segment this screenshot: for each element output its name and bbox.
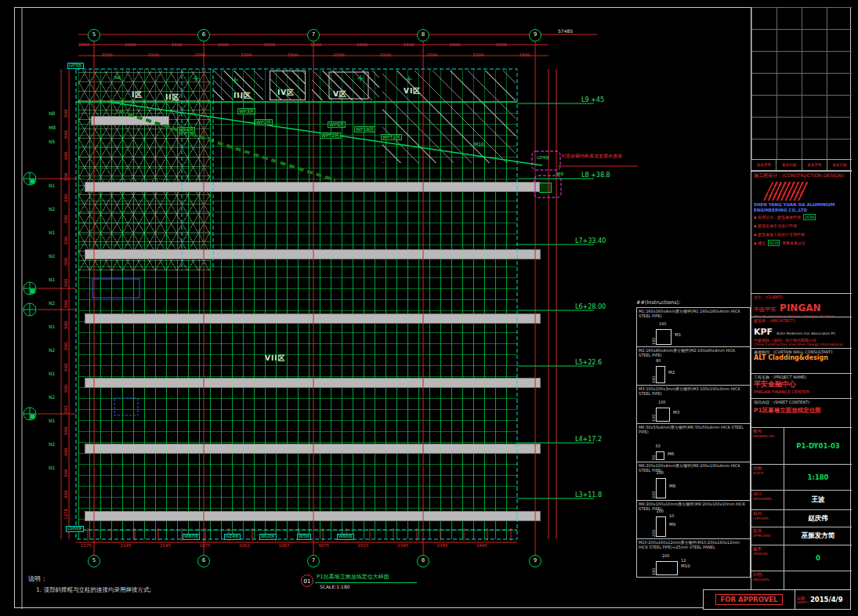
top-dimension: 1500: [102, 53, 113, 58]
spec-text: M10:200x160x12mm厚方钢管(M10:200x160x12mm HI…: [637, 539, 750, 550]
left-member-label: N1: [49, 277, 55, 282]
row-value: 赵庆伟: [784, 510, 852, 527]
title-block-row: 设计:DESIGNERS:王波: [751, 490, 852, 509]
section-outline: [656, 516, 666, 537]
sketch-dim: 160: [652, 375, 656, 383]
sketch-dim: M8: [669, 484, 675, 489]
date-value: 2015/4/9: [810, 596, 843, 603]
approval-stamp-cell: FOR APPROVEL: [704, 590, 795, 609]
credential-line: ▪ 建筑幕墙工程设计专项甲级: [754, 230, 849, 239]
credential-line: ▪ 建筑装饰专业设计甲级: [754, 222, 849, 230]
bottom-dimension: 1875: [200, 544, 211, 549]
bottom-dimension: 1887: [279, 544, 290, 549]
sketch-dim: 100: [657, 509, 664, 513]
sketch-dim: 10: [669, 514, 674, 518]
zone-label: VI区: [404, 88, 421, 95]
left-dimension: 900: [64, 364, 69, 372]
sketch-dim: 160: [652, 567, 656, 575]
left-dimension: 900: [64, 321, 69, 330]
section-sketch: 100200M8: [643, 471, 714, 498]
top-dimension: 1500: [357, 43, 367, 48]
bottom-zone-label: WB7区: [183, 534, 200, 540]
design-label: 施工图设计：(CONSTRUCTION DESIGN):: [754, 172, 849, 179]
sketch-dim: 160: [659, 322, 667, 326]
section-outline: [656, 451, 664, 460]
bottom-zone-label: WL2区: [259, 534, 277, 540]
sketch-dim: 50: [656, 444, 661, 448]
project-name-cn: 平安金融中心: [754, 379, 849, 390]
bottom-dimension: 2145: [121, 544, 132, 549]
level-label: L3+11.8: [575, 492, 602, 498]
left-member-label: N8: [49, 111, 55, 116]
zone-label: III区: [234, 92, 252, 100]
sketch-dim: 200: [652, 491, 656, 498]
spec-row: M6:50x50x4mm厚方钢管(M6:50x50x4mm HICK STEEL…: [637, 423, 750, 462]
left-dimension: 900: [64, 469, 69, 478]
corner-zone-label: GP3区: [67, 63, 84, 69]
sketch-dim: 12: [681, 559, 686, 563]
zone-label: I区: [132, 92, 143, 99]
top-dimension: 1500: [426, 53, 437, 58]
level-label: L9 +45: [581, 97, 604, 103]
credential-list: ▪ 资质证书：建筑幕墙甲级 1689▪ 建筑装饰专业设计甲级 ▪ 建筑幕墙工程设…: [754, 213, 849, 248]
left-member-label: N5: [49, 140, 55, 144]
left-member-label: N1: [49, 183, 55, 188]
bottom-zone-label: WB6区: [337, 534, 354, 540]
client-section: 业主：(CLIENT): 中国平安 PINGAN Ping An Insuran…: [751, 293, 852, 317]
credential-badge: ISO9: [768, 240, 780, 246]
grid-bubble-label: 8: [417, 558, 429, 563]
section-sketch: 100200M910: [643, 509, 714, 537]
bottom-dimension: 3875: [318, 544, 329, 549]
section-sketch: 5050M6: [643, 444, 714, 460]
left-member-label: N1: [49, 230, 55, 235]
spec-text: M2:160x80x4mm厚方钢管(M2:160x80x4mm HICK STE…: [637, 347, 750, 358]
left-dimension: 900: [64, 110, 69, 118]
top-dimension: 1500: [450, 43, 461, 48]
member-label: N6: [114, 75, 121, 80]
left-member-label: N2: [49, 301, 55, 306]
top-dimension: 1500: [241, 53, 252, 58]
note-line: 1. 顶部斜撑框与立柱的连接均采用焊接方式;: [36, 587, 151, 593]
gp-zone-label: GP4区: [537, 156, 550, 161]
row-value: 0: [784, 545, 852, 571]
left-member-label: N2: [49, 254, 55, 259]
approval-stamp: FOR APPROVEL: [715, 594, 784, 605]
section-sketch: 100100M3: [643, 400, 714, 422]
grid-bubble-label: 7: [307, 558, 320, 563]
bottom-dimension: 2052: [239, 544, 250, 549]
row-label: 校对:CHECKED:: [751, 510, 784, 527]
title-block-row: 比例:SCALE:1:180: [751, 464, 852, 490]
row-value: 巫振发方简: [784, 527, 852, 545]
spec-rows: M1:160x160x4mm厚方钢管(M1:160x160x4mm HICK S…: [636, 307, 751, 578]
spec-row: M2:160x80x4mm厚方钢管(M2:160x80x4mm HICK STE…: [637, 346, 750, 385]
client-brand: PINGAN: [780, 303, 820, 313]
wp-panel-label: WPT2区: [320, 132, 341, 139]
bottom-dimension: 2175: [81, 544, 92, 549]
top-dimension: 1500: [403, 43, 414, 48]
row-value: 1:180: [784, 465, 852, 490]
company-name-en2: ENGINEERING CO.,LTD: [754, 208, 849, 213]
section-outline: [656, 366, 665, 383]
level-label: L4+17.2: [575, 437, 602, 443]
grid-bubble-label: 8: [417, 32, 429, 38]
credential-line: ▪ 资质证书：建筑幕墙甲级 1689: [754, 213, 849, 222]
top-dimension: 1500: [496, 43, 507, 48]
detail-callout-title: P1区幕墙立面放线定位大样图: [317, 574, 389, 580]
sketch-dim: M6: [668, 452, 674, 457]
consultant-section: 幕墙顾问：(CURTAIN WALL CONSULTANT): ALT Clad…: [751, 348, 852, 373]
project-name-en: PINGAN FINANCE CENTER: [754, 390, 849, 394]
left-member-label: N1: [49, 419, 55, 423]
sketch-dim: 80: [656, 359, 661, 363]
architect-name-en: Kohn Pedersen Fox Associates PC: [777, 332, 835, 335]
left-dimension: 900: [64, 258, 69, 266]
company-name-en: SHEN YANG YUAN DA ALUMINIUM: [754, 202, 849, 208]
title-block-row: 归档:ARCHIVES:: [751, 571, 852, 589]
row-value: 王波: [784, 491, 852, 509]
zone-label: IV区: [277, 89, 295, 96]
section-outline: [656, 408, 670, 422]
spec-row: M3:100x100x3mm厚方钢管(M3:100x100x3mm HICK S…: [637, 385, 750, 423]
top-dimension: 1500: [472, 53, 483, 58]
bottom-dimension: 2015: [358, 544, 369, 549]
sketch-dim: 100: [652, 414, 656, 422]
member-label: M9: [556, 172, 563, 176]
